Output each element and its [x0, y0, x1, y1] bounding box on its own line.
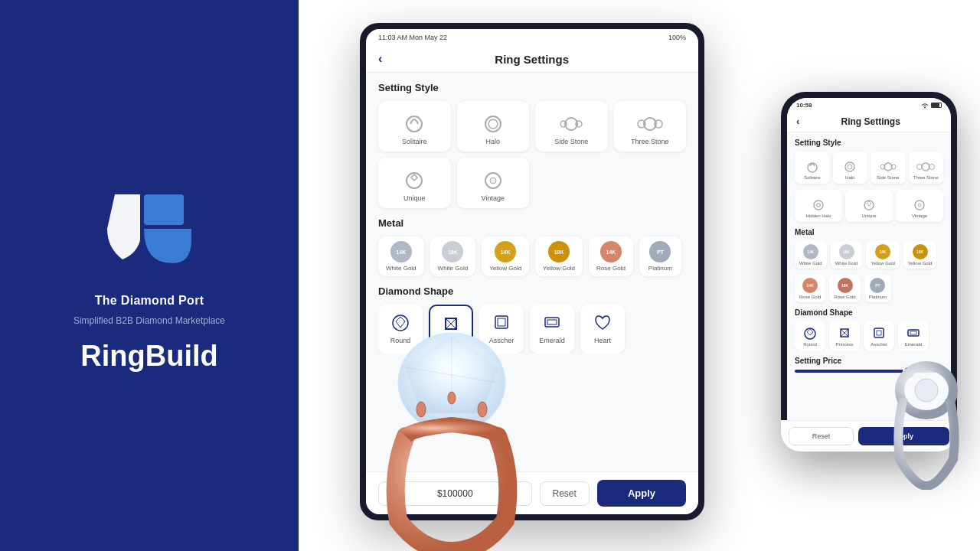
phone-style-solitaire[interactable]: Solitaire — [795, 152, 830, 184]
tablet-battery: 100% — [668, 34, 686, 41]
phone-style-label: Vintage — [912, 214, 927, 218]
svg-point-40 — [918, 204, 921, 207]
metal-item-14k-rose[interactable]: 14K Rose Gold — [589, 236, 633, 276]
metal-badge: PT — [649, 241, 671, 262]
phone-style-label: Solitaire — [804, 175, 821, 180]
phone-metal-18k-yellow[interactable]: 18K Yellow Gold — [903, 241, 936, 269]
phone-metal-label: Platinum — [869, 295, 887, 299]
svg-point-41 — [805, 328, 815, 339]
phone-metal-label: Rose Gold — [799, 295, 821, 299]
phone-metal-badge: 18K — [839, 244, 854, 259]
phone-style-vintage[interactable]: Vintage — [896, 190, 943, 222]
phone-diamond-label: Princess — [835, 342, 853, 347]
phone-metal-14k-rose[interactable]: 14K Rose Gold — [795, 275, 825, 302]
left-panel: The Diamond Port Simplified B2B Diamond … — [0, 0, 299, 551]
svg-point-48 — [915, 379, 938, 402]
svg-point-26 — [448, 392, 456, 404]
svg-point-4 — [488, 119, 498, 129]
svg-rect-0 — [144, 194, 184, 225]
phone-style-label: Halo — [845, 175, 854, 180]
diamond-label-heart: Heart — [594, 337, 611, 344]
phone-metal-badge: 14K — [802, 278, 818, 293]
tablet-setting-style-title: Setting Style — [378, 82, 686, 93]
tablet-back-button[interactable]: ‹ — [378, 52, 382, 66]
svg-point-33 — [922, 163, 929, 171]
style-item-side-stone[interactable]: Side Stone — [535, 101, 608, 152]
phone-metal-label: Yellow Gold — [908, 261, 932, 266]
phone-metal-grid-2: 14K Rose Gold 18K Rose Gold PT Platinum — [795, 275, 943, 302]
ring-decoration-rose-gold — [345, 245, 559, 551]
phone-metal-badge: 18K — [838, 278, 853, 293]
style-label-vintage: Vintage — [482, 194, 505, 202]
phone-metal-label: White Gold — [799, 261, 822, 266]
svg-point-3 — [485, 116, 501, 132]
battery-icon — [931, 103, 942, 108]
tablet-status-bar: 11:03 AM Mon May 22 100% — [366, 29, 698, 46]
phone-style-three-stone[interactable]: Three Stone — [909, 152, 944, 184]
phone-header: ‹ Ring Settings — [787, 111, 951, 132]
phone-style-halo[interactable]: Halo — [833, 152, 868, 184]
metal-label: Rose Gold — [596, 265, 626, 272]
tablet-apply-button[interactable]: Apply — [597, 480, 686, 507]
style-item-unique[interactable]: Unique — [378, 158, 451, 208]
phone-style-side-stone[interactable]: Side Stone — [871, 152, 906, 184]
brand-logo — [100, 179, 199, 279]
phone-metal-badge: 14K — [875, 244, 890, 259]
phone-metal-platinum[interactable]: PT Platinum — [864, 275, 891, 302]
style-item-three-stone[interactable]: Three Stone — [614, 101, 687, 152]
phone-style-label: Hidden Halo — [805, 214, 831, 218]
svg-rect-45 — [908, 330, 919, 336]
logo-container: The Diamond Port Simplified B2B Diamond … — [74, 179, 225, 373]
style-item-halo[interactable]: Halo — [457, 101, 530, 152]
tablet-style-grid: Solitaire Halo Side Stone Three Stone — [378, 101, 686, 208]
svg-point-13 — [490, 178, 496, 184]
right-panel: 11:03 AM Mon May 22 100% ‹ Ring Settings… — [299, 0, 980, 551]
tablet-time: 11:03 AM Mon May 22 — [378, 34, 447, 41]
brand-name: The Diamond Port — [95, 294, 204, 308]
phone-reset-button[interactable]: Reset — [789, 427, 854, 445]
phone-style-grid-2: Hidden Halo Unique Vintage — [795, 190, 943, 222]
phone-diamond-princess[interactable]: Princess — [829, 321, 860, 350]
product-name: RingBuild — [80, 340, 217, 373]
phone-diamond-label: Round — [803, 342, 817, 347]
tablet-header: ‹ Ring Settings — [366, 46, 698, 73]
style-label-halo: Halo — [485, 138, 500, 145]
svg-point-24 — [416, 402, 426, 417]
brand-subtitle: Simplified B2B Diamond Marketplace — [74, 315, 225, 326]
svg-point-38 — [864, 201, 874, 210]
phone-metal-18k-white[interactable]: 18K White Gold — [831, 241, 863, 269]
style-item-solitaire[interactable]: Solitaire — [378, 101, 451, 152]
phone-diamond-shape-title: Diamond Shape — [795, 308, 943, 317]
svg-point-28 — [845, 162, 854, 171]
phone-diamond-round[interactable]: Round — [795, 321, 825, 350]
phone-metal-14k-white[interactable]: 14K White Gold — [795, 241, 827, 269]
diamond-item-heart[interactable]: Heart — [580, 305, 625, 354]
svg-rect-1 — [140, 191, 143, 267]
phone-metal-label: Rose Gold — [834, 295, 855, 299]
phone-metal-label: White Gold — [835, 261, 858, 266]
phone-metal-18k-rose[interactable]: 18K Rose Gold — [829, 275, 860, 302]
phone-style-unique[interactable]: Unique — [845, 190, 893, 222]
phone-metal-14k-yellow[interactable]: 14K Yellow Gold — [866, 241, 899, 269]
svg-rect-44 — [877, 331, 881, 335]
phone-style-hidden-halo[interactable]: Hidden Halo — [795, 190, 842, 222]
phone-metal-badge: 14K — [803, 244, 818, 259]
phone-style-label: Unique — [861, 214, 876, 218]
phone-metal-badge: 18K — [913, 244, 928, 259]
svg-point-37 — [817, 204, 821, 207]
phone-metal-label: Yellow Gold — [871, 261, 894, 266]
phone-metal-title: Metal — [795, 228, 943, 236]
phone-time: 10:58 — [796, 102, 812, 109]
phone-metal-badge: PT — [870, 278, 885, 293]
style-item-vintage[interactable]: Vintage — [457, 158, 530, 208]
phone-header-title: Ring Settings — [799, 116, 942, 127]
metal-item-platinum[interactable]: PT Platinum — [639, 236, 681, 276]
svg-point-29 — [848, 165, 852, 169]
style-label-solitaire: Solitaire — [402, 138, 427, 145]
metal-label: Platinum — [648, 265, 672, 272]
svg-point-25 — [478, 402, 487, 417]
style-label-unique: Unique — [403, 194, 426, 202]
metal-badge: 14K — [600, 241, 622, 262]
tablet-metal-title: Metal — [378, 217, 686, 229]
style-label-side-stone: Side Stone — [554, 138, 588, 145]
